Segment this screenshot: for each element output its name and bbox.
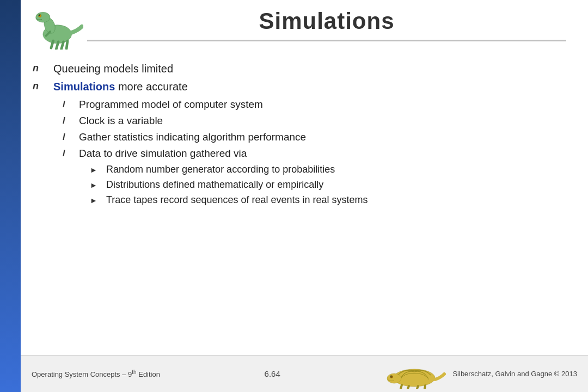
footer-center: 6.64 xyxy=(265,369,280,378)
bullet-tri2-text: Distributions defined mathematically or … xyxy=(106,179,323,191)
bullet-char-n1: n xyxy=(33,63,49,74)
bullet-l2-text: Clock is a variable xyxy=(79,115,163,127)
bullet-char-l2: l xyxy=(63,115,75,126)
footer-right: Silberschatz, Galvin and Gagne © 2013 xyxy=(452,370,577,378)
bullet-n2: n Simulations more accurate xyxy=(33,81,566,93)
bullet-tri3: ► Trace tapes record sequences of real e… xyxy=(90,194,566,206)
bullet-char-l1: l xyxy=(63,99,75,109)
bullet-l3-text: Gather statistics indicating algorithm p… xyxy=(79,131,306,143)
svg-line-8 xyxy=(66,41,68,48)
bullet-l3: l Gather statistics indicating algorithm… xyxy=(63,131,566,143)
main-content: n Queueing models limited n Simulations … xyxy=(33,63,566,351)
simulations-bold: Simulations xyxy=(53,81,115,93)
bullet-l4: l Data to drive simulation gathered via xyxy=(63,148,566,160)
svg-point-2 xyxy=(35,12,50,22)
bullet-char-n2: n xyxy=(33,81,49,92)
top-dino xyxy=(24,4,84,51)
footer: Operating System Concepts – 9th Edition … xyxy=(21,355,588,392)
bullet-l4-text: Data to drive simulation gathered via xyxy=(79,148,247,160)
bullet-tri1: ► Random number generator according to p… xyxy=(90,164,566,175)
bullet-tri1-text: Random number generator according to pro… xyxy=(106,164,335,175)
bullet-l2: l Clock is a variable xyxy=(63,115,566,127)
bullet-tri2: ► Distributions defined mathematically o… xyxy=(90,179,566,191)
title-section: Simulations xyxy=(87,8,566,41)
slide-title: Simulations xyxy=(259,8,394,34)
sidebar-accent xyxy=(0,0,21,392)
svg-point-4 xyxy=(38,14,40,16)
bullet-char-tri1: ► xyxy=(90,164,102,174)
svg-point-11 xyxy=(387,373,401,383)
bullet-n2-text: Simulations more accurate xyxy=(53,81,188,93)
bullet-l1-text: Programmed model of computer system xyxy=(79,99,263,111)
svg-line-17 xyxy=(425,385,425,389)
svg-point-13 xyxy=(390,376,391,377)
svg-line-16 xyxy=(417,386,418,389)
bullet-tri3-text: Trace tapes record sequences of real eve… xyxy=(106,194,368,206)
footer-left: Operating System Concepts – 9th Edition xyxy=(32,369,160,378)
bullet-char-tri3: ► xyxy=(90,194,102,205)
sub-sub-list: ► Random number generator according to p… xyxy=(90,164,566,206)
bullet-char-tri2: ► xyxy=(90,179,102,189)
bullet-char-l3: l xyxy=(63,131,75,142)
sub-list: l Programmed model of computer system l … xyxy=(63,99,566,206)
svg-line-14 xyxy=(401,385,402,389)
bullet-l1: l Programmed model of computer system xyxy=(63,99,566,111)
bullet-n1: n Queueing models limited xyxy=(33,63,566,75)
bullet-char-l4: l xyxy=(63,148,75,158)
svg-line-15 xyxy=(408,386,409,389)
bullet-n1-text: Queueing models limited xyxy=(53,63,173,75)
bottom-dino xyxy=(384,359,447,389)
